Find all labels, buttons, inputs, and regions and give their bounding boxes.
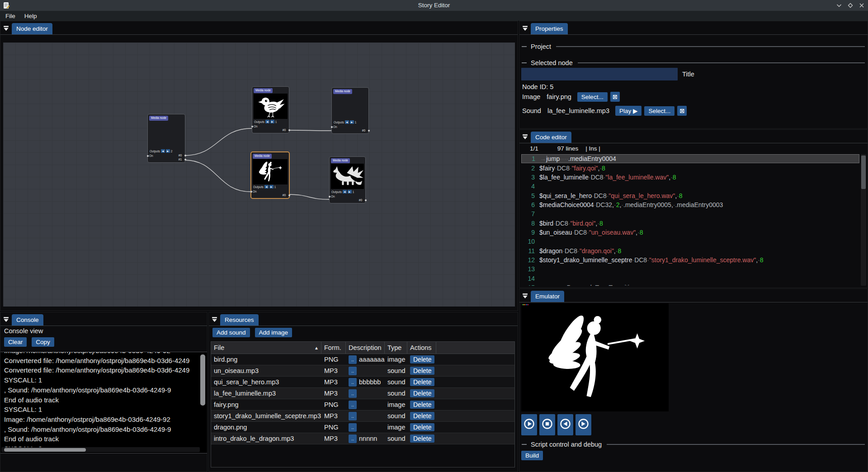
media-node[interactable]: Media node Outputs ◀ ▶ 1On#0 <box>329 156 366 203</box>
tab-node-editor[interactable]: Node editor <box>12 23 52 34</box>
collapse-panel-icon[interactable] <box>522 293 528 298</box>
code-line[interactable]: 2$fairy·DC8·"fairy.qoi",·8 <box>521 163 859 172</box>
delete-button[interactable]: Delete <box>410 423 434 431</box>
clear-button[interactable]: Clear <box>4 337 27 347</box>
code-line[interactable]: 9$un_oiseau·DC8·"un_oiseau.wav",·8 <box>521 228 859 237</box>
delete-button[interactable]: Delete <box>410 401 434 409</box>
code-line[interactable]: 12$story1_drako_luminelle_sceptre·DC8·"s… <box>521 255 859 264</box>
tab-emulator[interactable]: Emulator <box>531 291 564 302</box>
column-header-type[interactable]: Type <box>385 342 407 354</box>
delete-button[interactable]: Delete <box>410 355 434 363</box>
image-clear-button[interactable]: ⊠ <box>610 92 620 102</box>
node-output-port[interactable]: #0 <box>283 193 288 197</box>
edit-description-button[interactable]: .. <box>349 367 357 375</box>
code-line[interactable]: 11$dragon·DC8·"dragon.qoi",·8 <box>521 246 859 255</box>
code-line[interactable]: 4 <box>521 182 859 191</box>
decrease-outputs-button[interactable]: ◀ <box>265 120 269 123</box>
resource-table-row[interactable]: un_oiseau.mp3MP3..soundDelete <box>211 365 514 377</box>
code-line[interactable]: 7 <box>521 209 859 218</box>
code-vertical-scrollbar[interactable] <box>861 154 866 286</box>
column-header-form[interactable]: Form. <box>321 342 346 354</box>
menu-file[interactable]: File <box>5 13 15 19</box>
node-output-port[interactable]: #0 <box>283 128 288 132</box>
resource-table-row[interactable]: bird.pngPNG..aaaaaaaaaimageDelete <box>211 354 514 365</box>
edit-description-button[interactable]: .. <box>349 434 357 443</box>
node-input-port[interactable]: On <box>253 190 257 193</box>
code-text-area[interactable]: 1→jump····.mediaEntry00042$fairy·DC8·"fa… <box>521 154 859 286</box>
resource-table-row[interactable]: dragon.pngPNG..imageDelete <box>211 422 514 433</box>
step-forward-button[interactable] <box>576 414 591 435</box>
menu-help[interactable]: Help <box>24 13 37 19</box>
node-input-port[interactable]: On <box>333 125 337 128</box>
resource-table-row[interactable]: intro_drako_le_dragon.mp3MP3..nnnnnsound… <box>211 433 514 444</box>
collapse-panel-icon[interactable] <box>212 316 217 322</box>
media-node[interactable]: Media node Outputs ◀ ▶ 1On#0 <box>252 86 289 133</box>
add-image-button[interactable]: Add image <box>255 328 292 337</box>
collapse-panel-icon[interactable] <box>522 133 528 139</box>
sound-clear-button[interactable]: ⊠ <box>677 106 687 116</box>
node-input-port[interactable]: On <box>149 154 153 157</box>
build-button[interactable]: Build <box>521 451 543 460</box>
edit-description-button[interactable]: .. <box>349 423 357 432</box>
decrease-outputs-button[interactable]: ◀ <box>343 190 347 194</box>
edit-description-button[interactable]: .. <box>349 401 357 409</box>
edit-description-button[interactable]: .. <box>349 355 357 364</box>
increase-outputs-button[interactable]: ▶ <box>270 120 274 123</box>
tab-resources[interactable]: Resources <box>220 314 259 326</box>
step-back-button[interactable] <box>557 414 573 435</box>
delete-button[interactable]: Delete <box>410 389 434 397</box>
copy-button[interactable]: Copy <box>32 337 54 347</box>
node-output-port[interactable]: #0 <box>359 198 364 202</box>
node-input-port[interactable]: On <box>331 195 335 198</box>
code-line[interactable]: 3$la_fee_luminelle·DC8·"la_fee_luminelle… <box>521 173 859 182</box>
tab-properties[interactable]: Properties <box>531 23 568 34</box>
media-node-selected[interactable]: Media node Outputs ◀ ▶ 1On#0 <box>250 151 290 199</box>
column-header-actions[interactable]: Actions <box>407 342 436 354</box>
stop-button[interactable] <box>539 414 555 435</box>
edit-description-button[interactable]: .. <box>349 412 357 420</box>
scrollbar-thumb[interactable] <box>4 448 86 452</box>
node-output-port[interactable]: #1 <box>179 157 184 161</box>
delete-button[interactable]: Delete <box>410 434 434 443</box>
tab-code-editor[interactable]: Code editor <box>531 132 571 143</box>
delete-button[interactable]: Delete <box>410 412 434 420</box>
console-vertical-scrollbar[interactable] <box>200 354 205 406</box>
increase-outputs-button[interactable]: ▶ <box>348 190 352 194</box>
resource-table-row[interactable]: story1_drako_luminelle_sceptre.mp3MP3..s… <box>211 411 514 422</box>
sound-select-button[interactable]: Select... <box>644 106 675 116</box>
tab-console[interactable]: Console <box>12 314 43 326</box>
increase-outputs-button[interactable]: ▶ <box>350 120 354 124</box>
edit-description-button[interactable]: .. <box>349 378 357 387</box>
node-output-port[interactable]: #0 <box>179 153 184 157</box>
sound-play-button[interactable]: Play ▶ <box>615 106 642 116</box>
column-header-file[interactable]: File ▲ <box>211 342 321 354</box>
media-node[interactable]: Media node Outputs ◀ ▶ 1On#0 <box>331 87 369 134</box>
code-line[interactable]: 10 <box>521 237 859 246</box>
image-select-button[interactable]: Select... <box>577 92 608 102</box>
node-output-port[interactable]: #0 <box>362 128 367 132</box>
console-horizontal-scrollbar[interactable] <box>1 447 200 452</box>
media-node[interactable]: Media node Outputs ◀ ▶ 2On#0#1 <box>147 114 185 163</box>
console-output[interactable]: Image: /home/anthony/ostproj/ba869e4b-03… <box>0 352 207 453</box>
code-line[interactable]: 15·············Personal; Tag; Transition <box>521 283 859 286</box>
increase-outputs-button[interactable]: ▶ <box>166 149 170 153</box>
code-line-current[interactable]: 1→jump····.mediaEntry0004 <box>521 154 859 163</box>
code-line[interactable]: 5$qui_sera_le_hero·DC8·"qui_sera_le_hero… <box>521 191 859 200</box>
code-line[interactable]: 14 <box>521 274 859 283</box>
close-button[interactable] <box>858 2 865 9</box>
resource-table-row[interactable]: fairy.pngPNG..imageDelete <box>211 399 514 411</box>
edit-description-button[interactable]: .. <box>349 389 357 398</box>
collapse-panel-icon[interactable] <box>3 25 9 31</box>
node-title-input[interactable] <box>521 68 678 80</box>
delete-button[interactable]: Delete <box>410 367 434 375</box>
resource-table-row[interactable]: qui_sera_le_hero.mp3MP3..bbbbbbsoundDele… <box>211 377 514 388</box>
decrease-outputs-button[interactable]: ◀ <box>161 149 165 153</box>
decrease-outputs-button[interactable]: ◀ <box>264 185 269 189</box>
collapse-panel-icon[interactable] <box>522 25 528 31</box>
decrease-outputs-button[interactable]: ◀ <box>345 120 349 124</box>
scrollbar-thumb[interactable] <box>861 156 866 189</box>
increase-outputs-button[interactable]: ▶ <box>269 185 274 189</box>
minimize-button[interactable] <box>835 2 843 9</box>
node-input-port[interactable]: On <box>254 125 258 128</box>
collapse-panel-icon[interactable] <box>3 316 9 322</box>
